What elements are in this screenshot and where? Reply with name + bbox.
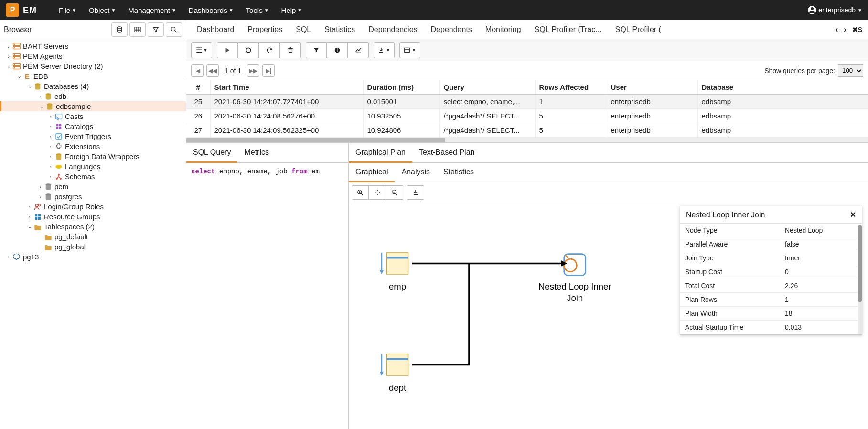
chevron-down-icon[interactable]: ⌄ <box>5 63 12 69</box>
plan-zoomout-icon[interactable] <box>386 185 403 200</box>
grid-hscroll[interactable] <box>186 138 868 142</box>
chevron-right-icon[interactable]: › <box>36 94 44 99</box>
plan-node-dept[interactable]: dept <box>380 354 408 393</box>
browser-btn-filter-icon[interactable] <box>148 22 164 37</box>
chevron-right-icon[interactable]: › <box>36 184 44 190</box>
tree-node[interactable]: ›BART Servers <box>0 41 186 51</box>
tree-node[interactable]: ⌄Tablespaces (2) <box>0 222 186 232</box>
plan-node-join[interactable]: Nested Loop Inner Join <box>538 254 611 303</box>
plan-download-icon[interactable] <box>407 185 424 200</box>
chevron-right-icon[interactable]: › <box>47 164 54 170</box>
tab-dashboard[interactable]: Dashboard <box>190 21 241 38</box>
tree-node[interactable]: ⌄EEDB <box>0 71 186 81</box>
chevron-down-icon[interactable]: ⌄ <box>26 83 33 89</box>
tree-node[interactable]: pg_global <box>0 242 186 252</box>
col-user[interactable]: User <box>607 80 697 95</box>
tree-node[interactable]: ›Catalogs <box>0 121 186 131</box>
menu-management[interactable]: Management▼ <box>123 4 181 16</box>
chevron-right-icon[interactable]: › <box>26 204 33 210</box>
tree-node[interactable]: ⌄edbsample <box>0 101 186 111</box>
tab-dependents[interactable]: Dependents <box>424 21 479 38</box>
menu-dashboards[interactable]: Dashboards▼ <box>184 4 238 16</box>
chevron-right-icon[interactable]: › <box>47 154 54 160</box>
plan-canvas[interactable]: emp dept <box>349 203 868 429</box>
col-db[interactable]: Database <box>697 80 868 95</box>
chevron-right-icon[interactable]: › <box>47 134 54 139</box>
popup-scrollbar[interactable] <box>858 225 862 334</box>
chevron-right-icon[interactable]: › <box>26 214 33 220</box>
toolbar-info-icon[interactable]: i <box>327 42 348 58</box>
tree-node[interactable]: ›Casts <box>0 111 186 121</box>
chevron-right-icon[interactable]: › <box>5 54 12 59</box>
plan-node-emp[interactable]: emp <box>380 253 408 291</box>
toolbar-filter-icon[interactable] <box>306 42 327 58</box>
plan-zoomin-icon[interactable] <box>352 185 369 200</box>
chevron-down-icon[interactable]: ⌄ <box>26 224 33 230</box>
table-row[interactable]: 272021-06-30 14:24:09.562325+0010.924806… <box>186 123 868 138</box>
tab-scroll-right-icon[interactable]: › <box>842 23 848 36</box>
tree-node[interactable]: ›Languages <box>0 161 186 172</box>
chevron-right-icon[interactable]: › <box>36 194 44 200</box>
tree-node[interactable]: ⌄Databases (4) <box>0 81 186 91</box>
popup-close-icon[interactable]: ✕ <box>850 210 856 219</box>
subtab-graphical-plan[interactable]: Graphical Plan <box>349 143 412 163</box>
tree-node[interactable]: ›Event Triggers <box>0 131 186 141</box>
subtab-text-plan[interactable]: Text-Based Plan <box>412 143 482 162</box>
tab-sqlprofiler2[interactable]: SQL Profiler ( <box>609 21 668 38</box>
browser-btn-servers-icon[interactable] <box>111 22 128 37</box>
tree-node[interactable]: ›pg13 <box>0 252 186 262</box>
tree-node[interactable]: ›Login/Group Roles <box>0 202 186 212</box>
chevron-right-icon[interactable]: › <box>47 174 54 180</box>
toolbar-download-button[interactable]: ▼ <box>374 42 395 58</box>
chevron-right-icon[interactable]: › <box>47 124 54 129</box>
chevron-right-icon[interactable]: › <box>47 144 54 150</box>
tree-node[interactable]: ›Resource Groups <box>0 212 186 222</box>
tree-node[interactable]: ›edb <box>0 91 186 101</box>
browser-btn-grid-icon[interactable] <box>129 22 146 37</box>
subtab-sqlquery[interactable]: SQL Query <box>186 143 237 163</box>
tree-node[interactable]: ›pem <box>0 182 186 192</box>
pager-next-icon[interactable]: ▶▶ <box>247 64 259 77</box>
table-row[interactable]: 252021-06-30 14:24:07.727401+000.015001s… <box>186 95 868 109</box>
chevron-right-icon[interactable]: › <box>47 114 54 119</box>
subtab-graphical[interactable]: Graphical <box>349 163 395 182</box>
user-menu[interactable]: enterprisedb ▼ <box>808 6 862 14</box>
toolbar-refresh-icon[interactable] <box>259 42 280 58</box>
col-rows[interactable]: Rows Affected <box>535 80 607 95</box>
tab-sqlprofiler1[interactable]: SQL Profiler (Trac... <box>528 21 609 38</box>
subtab-metrics[interactable]: Metrics <box>237 143 276 162</box>
menu-tools[interactable]: Tools▼ <box>241 4 274 16</box>
tree-node[interactable]: pg_default <box>0 232 186 242</box>
perpage-select[interactable]: 100 <box>838 64 863 77</box>
tree-node[interactable]: ›Schemas <box>0 172 186 182</box>
col-num[interactable]: # <box>186 80 210 95</box>
toolbar-menu-button[interactable]: ☰▼ <box>191 42 212 58</box>
subtab-statistics[interactable]: Statistics <box>437 163 481 182</box>
chevron-down-icon[interactable]: ⌄ <box>15 73 23 79</box>
toolbar-stop-icon[interactable] <box>238 42 259 58</box>
chevron-right-icon[interactable]: › <box>5 254 12 260</box>
pager-first-icon[interactable]: |◀ <box>191 64 204 77</box>
table-row[interactable]: 262021-06-30 14:24:08.56276+0010.932505/… <box>186 109 868 123</box>
col-start[interactable]: Start Time <box>210 80 363 95</box>
tree-node[interactable]: ›PEM Agents <box>0 51 186 61</box>
tab-dependencies[interactable]: Dependencies <box>362 21 424 38</box>
tab-scroll-left-icon[interactable]: ‹ <box>834 23 840 36</box>
browser-btn-search-icon[interactable] <box>166 22 182 37</box>
tree-node[interactable]: ›Extensions <box>0 141 186 151</box>
chevron-right-icon[interactable]: › <box>5 43 12 49</box>
menu-help[interactable]: Help▼ <box>277 4 307 16</box>
col-query[interactable]: Query <box>439 80 535 95</box>
menu-file[interactable]: File▼ <box>54 4 81 16</box>
tab-close-icon[interactable]: ✖S <box>850 24 864 35</box>
tree-node[interactable]: ⌄PEM Server Directory (2) <box>0 61 186 71</box>
tab-statistics[interactable]: Statistics <box>318 21 362 38</box>
pager-last-icon[interactable]: ▶| <box>262 64 275 77</box>
toolbar-chart-icon[interactable] <box>348 42 369 58</box>
tab-sql[interactable]: SQL <box>289 21 318 38</box>
chevron-down-icon[interactable]: ⌄ <box>38 103 45 109</box>
menu-object[interactable]: Object▼ <box>84 4 120 16</box>
tab-properties[interactable]: Properties <box>241 21 289 38</box>
toolbar-play-icon[interactable] <box>217 42 238 58</box>
browser-tree[interactable]: ›BART Servers›PEM Agents⌄PEM Server Dire… <box>0 39 186 429</box>
